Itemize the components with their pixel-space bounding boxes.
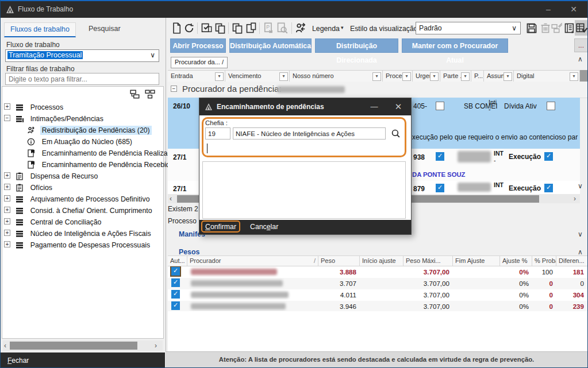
section-expand-icon[interactable]: ∧ (578, 248, 583, 256)
tree-item-pagamento-despesas[interactable]: + Pagamento de Despesas Processuais (3, 241, 163, 252)
manter-procurador-button[interactable]: Manter com o Procurador Atual (402, 38, 508, 53)
filter-icon[interactable]: ▾ (402, 72, 411, 81)
tree-item-processos[interactable]: + Processos (3, 103, 163, 114)
chevron-down-icon[interactable]: ∨ (150, 51, 155, 59)
filter-input[interactable] (5, 73, 159, 85)
export-book-icon[interactable] (564, 22, 575, 34)
column-header-digital[interactable]: Digital▾ (514, 71, 580, 82)
refresh-icon[interactable] (183, 22, 195, 34)
pesos-col-fim[interactable]: Fim Ajuste (453, 256, 500, 266)
tree-item-encaminhamento-recebido[interactable]: Encaminhamento de Pendência Recebid (3, 160, 174, 172)
uncheck-all-icon[interactable] (214, 22, 226, 34)
column-header-vencimento[interactable]: Vencimento▾ (225, 71, 290, 82)
tree-expander[interactable]: + (4, 207, 10, 213)
tree-expander[interactable]: − (4, 115, 10, 121)
redistribute-icon[interactable] (295, 22, 306, 34)
distribuicao-automatica-button[interactable]: Distribuição Automática (229, 38, 312, 53)
tree-expander[interactable]: + (4, 241, 10, 247)
dialog-list-box[interactable] (202, 161, 406, 219)
digital-checkbox[interactable] (547, 102, 555, 110)
tree-item-encaminhamento-realizado[interactable]: Encaminhamento de Pendência Realizad (3, 149, 174, 160)
tree-item-nucleo-inteligencia[interactable]: + Núcleo de Inteligência e Ações Fiscais (3, 229, 163, 241)
chefia-code-input[interactable] (205, 127, 230, 140)
tree-item-dispensa-de-recurso[interactable]: + Dispensa de Recurso (3, 172, 163, 183)
tree-expander[interactable]: + (4, 184, 10, 190)
grid-settings-button-pressed[interactable] (575, 20, 588, 36)
pesos-col-peso-max[interactable]: Peso Máxi... (403, 256, 453, 266)
column-header-nosso-numero[interactable]: Nosso número▾ (290, 71, 383, 82)
filter-icon[interactable]: ▾ (461, 72, 470, 81)
style-combobox[interactable]: Padrão ∨ (416, 22, 521, 34)
left-scrollbar-thumb[interactable] (10, 342, 137, 350)
column-header-p[interactable]: P... (471, 71, 484, 82)
scroll-right-icon[interactable]: › (574, 195, 576, 203)
scroll-down-icon[interactable]: ∨ (578, 182, 583, 190)
chevron-down-icon[interactable]: ∨ (512, 24, 517, 32)
aut-checkbox[interactable] (171, 301, 180, 310)
pesos-col-aut[interactable]: Aut... (168, 256, 187, 266)
abrir-processo-button[interactable]: Abrir Processo (170, 38, 226, 53)
dropdown-icon[interactable]: ▾ (341, 25, 344, 30)
fechar-bar[interactable]: Fechar (1, 352, 165, 368)
dialog-close-button[interactable]: ✕ (387, 98, 410, 115)
filter-icon[interactable]: ▾ (279, 72, 288, 81)
group-by-tag[interactable]: Procurador da... / (171, 57, 228, 68)
save-icon[interactable] (526, 22, 537, 34)
column-header-parte[interactable]: Parte ...▾ (440, 71, 471, 82)
dialog-minimize-button[interactable]: — (363, 98, 386, 115)
filter-icon[interactable]: ▾ (215, 72, 224, 81)
paste-icon[interactable] (245, 22, 257, 34)
tree-expander[interactable]: + (4, 195, 10, 202)
section-pesos[interactable]: Pesos (179, 248, 199, 256)
distribuicao-direcionada-button[interactable]: Distribuição Direcionada (315, 38, 398, 53)
tree-item-oficios[interactable]: + Ofícios (3, 183, 163, 195)
urgente-checkbox[interactable] (436, 152, 444, 161)
tree-item-intimacoes-pendencias[interactable]: − Intimações/Pendências (3, 114, 163, 126)
tree-expander[interactable]: + (4, 172, 10, 179)
pesos-col-inicio[interactable]: Início ajuste (360, 256, 403, 266)
scroll-left-icon[interactable]: ‹ (4, 342, 6, 350)
minimize-button[interactable]: – (536, 1, 561, 18)
fechar-button[interactable]: Fechar (7, 357, 29, 365)
new-document-icon[interactable] (171, 22, 182, 34)
tree-item-consid-chefia[interactable]: + Consid. à Chefia/ Orient. Cumprimento (3, 206, 163, 218)
scroll-left-icon[interactable]: ‹ (170, 195, 172, 203)
urgente-checkbox[interactable] (436, 184, 444, 192)
pesos-row[interactable]: 3.946 3.707,00 0% 0 239 (168, 301, 587, 312)
check-all-icon[interactable] (201, 22, 212, 34)
copy-icon[interactable] (232, 22, 243, 34)
confirmar-button[interactable]: Confirmar (201, 220, 240, 233)
group-collapse-icon[interactable]: − (171, 86, 177, 92)
pesos-col-proba[interactable]: % Proba... (532, 256, 556, 266)
panel-collapse-icon[interactable]: ∧ (578, 55, 583, 63)
tree-item-redistribuicao-de-pendencias[interactable]: Redistribuição de Pendências (20) (3, 126, 174, 137)
filter-icon[interactable]: ▾ (430, 72, 439, 81)
pesos-row[interactable]: 4.011 3.707,00 0% 0 304 (168, 289, 587, 301)
tree-item-central-conciliacao[interactable]: + Central de Conciliação (3, 218, 163, 229)
section-collapse-icon[interactable]: ∨ (578, 230, 583, 238)
pesos-row[interactable]: 3.707 3.707,00 0% 0 0 (168, 278, 587, 289)
tree-expander[interactable]: + (4, 230, 10, 236)
pesos-col-diferenca[interactable]: Diferen... (556, 256, 587, 266)
filter-icon[interactable]: ▾ (372, 72, 381, 81)
cancelar-button[interactable]: Cancelar (250, 223, 278, 231)
legenda-dropdown[interactable]: Legenda (312, 25, 340, 33)
tree-expander[interactable]: + (4, 218, 10, 224)
tree-item-arquivamento[interactable]: + Arquivamento de Processos Definitivo (3, 195, 163, 206)
digital-checkbox[interactable] (544, 184, 553, 192)
expand-groups-icon[interactable] (130, 89, 140, 99)
tab-pesquisar[interactable]: Pesquisar (83, 22, 126, 36)
close-button[interactable]: ✕ (561, 1, 586, 18)
scroll-right-icon[interactable]: › (155, 342, 157, 350)
column-header-urgente[interactable]: Urgente▾ (413, 71, 440, 82)
chefia-name-input[interactable] (233, 127, 386, 140)
cell-parte-link[interactable]: DA PONTE SOUZ (412, 171, 465, 178)
pesos-col-ajuste[interactable]: Ajuste % (500, 256, 532, 266)
filter-icon[interactable]: ▾ (504, 72, 512, 81)
column-header-assunto[interactable]: Assunt...▾ (484, 71, 514, 82)
group-row[interactable]: − Procurador da pendência: (168, 82, 587, 98)
column-header-entrada[interactable]: Entrada▾ (168, 71, 225, 82)
flow-combobox[interactable]: Tramitação Processual ∨ (5, 49, 159, 62)
pesos-row[interactable]: 3.888 3.707,00 0% 100 181 (168, 266, 587, 278)
filter-icon[interactable]: ▾ (570, 72, 578, 81)
